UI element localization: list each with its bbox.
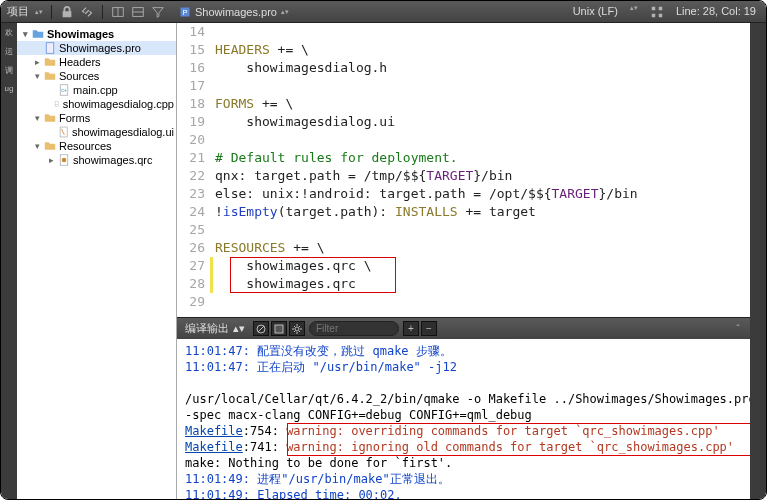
dropdown-icon[interactable]: ▴▾ <box>630 5 638 19</box>
encoding-label[interactable]: Unix (LF) <box>573 5 618 19</box>
tree-dialog-cpp[interactable]: c+showimagesdialog.cpp <box>17 97 176 111</box>
left-sidebar: 欢 运 调 ug <box>1 23 17 499</box>
sidebar-icon[interactable]: 欢 <box>5 27 13 38</box>
top-toolbar: 项目 ▴▾ P Showimages.pro ▴▾ Unix (LF) ▴▾ L… <box>1 1 766 23</box>
lock-icon[interactable] <box>60 5 74 19</box>
svg-point-21 <box>295 327 299 331</box>
cursor-pos: Line: 28, Col: 19 <box>676 5 756 19</box>
tree-resources[interactable]: ▾Resources <box>17 139 176 153</box>
grid-icon[interactable] <box>650 5 664 19</box>
svg-rect-6 <box>652 6 656 10</box>
split2-icon[interactable] <box>131 5 145 19</box>
svg-text:P: P <box>182 8 187 17</box>
link-icon[interactable] <box>80 5 94 19</box>
tree-headers[interactable]: ▸Headers <box>17 55 176 69</box>
tree-main-cpp[interactable]: c+main.cpp <box>17 83 176 97</box>
tree-pro-file[interactable]: Showimages.pro <box>17 41 176 55</box>
filter-input[interactable] <box>309 321 399 336</box>
svg-rect-10 <box>46 43 54 54</box>
sidebar-icon[interactable]: ug <box>5 84 14 93</box>
collapse-icon[interactable]: ˆ <box>730 323 746 335</box>
output-header: 编译输出▴▾ + − ˆ <box>177 317 750 339</box>
split-icon[interactable] <box>111 5 125 19</box>
sidebar-icon[interactable]: 调 <box>5 65 13 76</box>
tree-dialog-ui[interactable]: showimagesdialog.ui <box>17 125 176 139</box>
svg-text:c+: c+ <box>61 87 67 93</box>
svg-point-17 <box>62 158 67 163</box>
svg-rect-15 <box>60 127 67 137</box>
code-body[interactable]: HEADERS += \ showimagesdialog.h FORMS +=… <box>211 23 750 317</box>
box-icon[interactable] <box>271 321 287 336</box>
dropdown-icon[interactable]: ▴▾ <box>35 9 43 14</box>
compile-output[interactable]: 11:01:47: 配置没有改变，跳过 qmake 步骤。 11:01:47: … <box>177 339 750 499</box>
svg-rect-9 <box>659 13 663 17</box>
gear-icon[interactable] <box>289 321 305 336</box>
file-name: Showimages.pro <box>195 6 277 18</box>
zoom-out-button[interactable]: − <box>421 321 437 336</box>
right-sidebar <box>750 23 766 499</box>
sidebar-icon[interactable]: 运 <box>5 46 13 57</box>
filter-icon[interactable] <box>151 5 165 19</box>
svg-rect-20 <box>275 325 283 333</box>
tree-forms[interactable]: ▾Forms <box>17 111 176 125</box>
dropdown-icon[interactable]: ▴▾ <box>233 322 245 335</box>
svg-rect-8 <box>652 13 656 17</box>
tree-sources[interactable]: ▾Sources <box>17 69 176 83</box>
line-gutter: 14151617181920212223242526272829 <box>177 23 211 317</box>
project-label: 项目 <box>7 4 29 19</box>
project-panel: ▾Showimages Showimages.pro ▸Headers ▾Sou… <box>17 23 177 499</box>
dropdown-icon[interactable]: ▴▾ <box>281 9 289 14</box>
svg-rect-7 <box>659 6 663 10</box>
svg-line-19 <box>258 326 264 332</box>
breadcrumb[interactable]: P Showimages.pro ▴▾ <box>171 6 297 18</box>
code-editor[interactable]: 14151617181920212223242526272829 HEADERS… <box>177 23 750 317</box>
tree-qrc[interactable]: ▸showimages.qrc <box>17 153 176 167</box>
tree-root[interactable]: ▾Showimages <box>17 27 176 41</box>
output-title: 编译输出 <box>185 321 229 336</box>
zoom-in-button[interactable]: + <box>403 321 419 336</box>
clear-icon[interactable] <box>253 321 269 336</box>
